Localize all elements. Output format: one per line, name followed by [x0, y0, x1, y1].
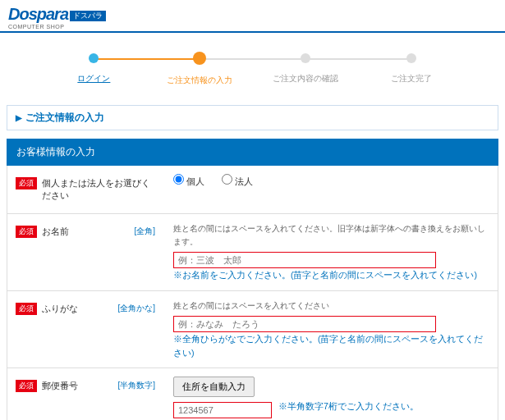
desc-kana: 姓と名の間にはスペースを入れてください: [173, 299, 488, 313]
step-dot: [193, 52, 206, 65]
step-label: ご注文内容の確認: [253, 73, 359, 84]
hint-postal: [半角数字]: [117, 380, 155, 391]
kana-input[interactable]: [173, 316, 436, 332]
note-postal: ※半角数字7桁でご入力ください。: [278, 399, 419, 413]
row-kana: 必須 ふりがな [全角かな] 姓と名の間にはスペースを入れてください ※全角ひら…: [7, 290, 498, 368]
required-badge: 必須: [16, 226, 37, 238]
logo-sub: COMPUTER SHOP: [8, 24, 497, 30]
step-label: ご注文完了: [358, 73, 464, 84]
auto-address-button[interactable]: 住所を自動入力: [173, 377, 255, 397]
error-name: ※お名前をご入力ください。(苗字と名前の間にスペースを入れてください): [173, 268, 488, 282]
progress-steps: ログイン ご注文情報の入力 ご注文内容の確認 ご注文完了: [0, 33, 505, 98]
label-entity: 個人または法人をお選びください: [42, 177, 155, 202]
label-kana: ふりがな: [42, 303, 112, 315]
row-name: 必須 お名前 [全角] 姓と名の間にはスペースを入れてください。旧字体は新字体へ…: [7, 213, 498, 290]
step-label: ログイン: [41, 73, 147, 84]
hint-name: [全角]: [134, 226, 155, 237]
step-dot: [89, 53, 99, 63]
label-name: お名前: [42, 226, 129, 238]
step-label: ご注文情報の入力: [147, 75, 253, 86]
row-postal: 必須 郵便番号 [半角数字] 住所を自動入力 ※半角数字7桁でご入力ください。: [7, 368, 498, 420]
logo-pill: ドスパラ: [70, 11, 106, 21]
step-confirm: ご注文内容の確認: [253, 53, 359, 86]
error-kana: ※全角ひらがなでご入力ください。(苗字と名前の間にスペースを入れてください): [173, 332, 488, 360]
step-complete: ご注文完了: [358, 53, 464, 86]
required-badge: 必須: [16, 177, 37, 189]
section-title: ▶ご注文情報の入力: [7, 105, 498, 130]
postal-input[interactable]: [173, 402, 272, 418]
hint-kana: [全角かな]: [117, 303, 155, 314]
logo-bar: Dosparaドスパラ COMPUTER SHOP: [0, 0, 505, 33]
step-login[interactable]: ログイン: [41, 53, 147, 86]
label-postal: 郵便番号: [42, 380, 112, 392]
logo-main: Dospara: [8, 5, 68, 23]
step-dot: [301, 53, 310, 63]
customer-form: 必須 個人または法人をお選びください 個人 法人 必須 お名前 [全角] 姓と名…: [7, 166, 498, 420]
arrow-icon: ▶: [16, 113, 22, 122]
required-badge: 必須: [16, 303, 37, 315]
step-dot: [406, 53, 416, 63]
radio-personal[interactable]: 個人: [173, 176, 204, 186]
name-input[interactable]: [173, 252, 436, 268]
step-order-input: ご注文情報の入力: [147, 53, 253, 86]
desc-name: 姓と名の間にはスペースを入れてください。旧字体は新字体への書き換えをお願いします…: [173, 222, 488, 249]
required-badge: 必須: [16, 380, 37, 392]
row-entity-type: 必須 個人または法人をお選びください 個人 法人: [7, 166, 498, 213]
radio-corporate[interactable]: 法人: [222, 176, 253, 186]
subsection-title: お客様情報の入力: [7, 139, 498, 166]
